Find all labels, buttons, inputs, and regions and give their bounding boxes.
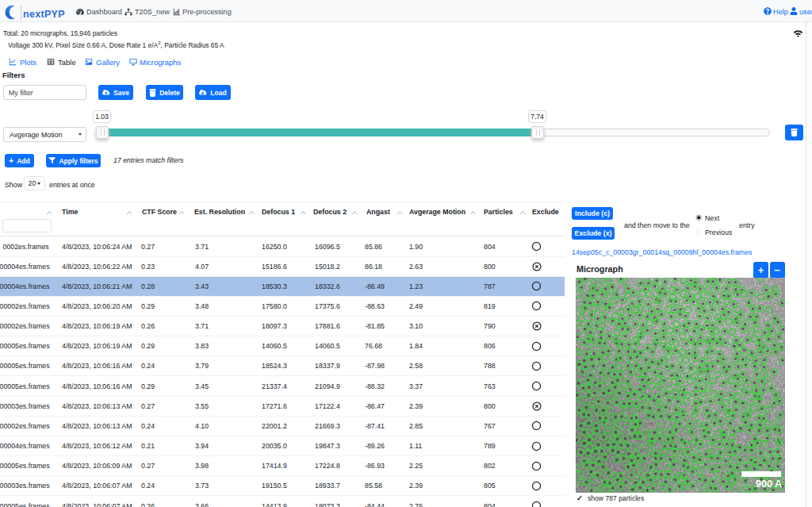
svg-text:900 A: 900 A [756, 478, 782, 490]
